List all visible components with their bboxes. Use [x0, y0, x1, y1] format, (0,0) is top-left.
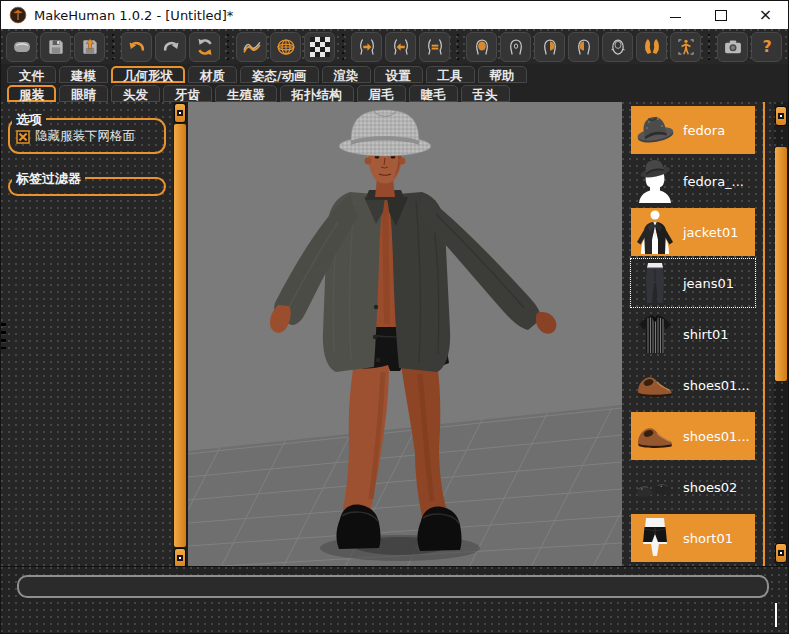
wireframe-button[interactable]: [270, 32, 301, 62]
sub-tab-4[interactable]: 生殖器: [215, 85, 277, 102]
checkbox-checked-icon[interactable]: [16, 130, 30, 144]
clothes-item-fedora[interactable]: fedora: [631, 106, 755, 154]
sub-tab-0[interactable]: 服装: [7, 85, 56, 102]
scroll-down-button[interactable]: [174, 548, 186, 568]
sub-tab-3[interactable]: 牙齿: [163, 85, 212, 102]
left-panel-scrollbar[interactable]: [173, 102, 188, 569]
grab-screenshot-button[interactable]: [717, 32, 748, 62]
clothes-item-label: short01: [677, 531, 755, 546]
help-button[interactable]: ?: [751, 32, 782, 62]
camera-icon: [723, 37, 743, 57]
clothes-list-scrollbar[interactable]: [774, 102, 788, 567]
clothes-item-fedora[interactable]: fedora_...: [631, 157, 755, 205]
feet-icon: [642, 37, 662, 57]
head-arrow-left-icon: [391, 37, 411, 57]
sub-tab-8[interactable]: 舌头: [461, 85, 510, 102]
toolbar-separator: [455, 32, 461, 62]
clothes-item-shoes02[interactable]: shoes02: [631, 463, 755, 511]
panel-divider: [763, 102, 765, 567]
view-side-button[interactable]: [500, 32, 531, 62]
shorts-thumbnail: [633, 516, 677, 560]
menu-tab-5[interactable]: 渲染: [322, 66, 371, 83]
viewport-scene: [188, 102, 622, 569]
app-logo-icon: [9, 6, 27, 24]
viewport-3d[interactable]: [188, 102, 622, 569]
scroll-up-button[interactable]: [174, 103, 186, 123]
save-button[interactable]: [40, 32, 71, 62]
globe-icon: [276, 37, 296, 57]
view-left-quarter-button[interactable]: [568, 32, 599, 62]
tag-filter-group-title: 标签过滤器: [12, 170, 85, 188]
scroll-down-button[interactable]: [775, 543, 787, 563]
sub-tab-2[interactable]: 头发: [111, 85, 160, 102]
wave-icon: [242, 37, 262, 57]
menu-tab-7[interactable]: 工具: [426, 66, 475, 83]
redo-icon: [161, 37, 181, 57]
panel-resize-grip[interactable]: [1, 323, 6, 349]
maximize-button[interactable]: [698, 1, 743, 29]
sub-tab-6[interactable]: 眉毛: [357, 85, 406, 102]
symmetry-right-button[interactable]: [351, 32, 382, 62]
makehuman-window: MakeHuman 1.0.2 - [Untitled]* × ? 文件建模几何…: [0, 0, 789, 634]
clothes-item-label: shoes01...: [677, 378, 755, 393]
sub-tab-bar: 服装眼睛头发牙齿生殖器拓扑结构眉毛睫毛舌头: [1, 83, 788, 103]
close-button[interactable]: ×: [743, 1, 788, 29]
clothes-item-shoes01[interactable]: shoes01...: [631, 361, 755, 409]
clothes-item-label: shoes02: [677, 480, 755, 495]
menu-tab-0[interactable]: 文件: [7, 66, 56, 83]
text-cursor: [775, 603, 777, 627]
view-top-button[interactable]: [602, 32, 633, 62]
clothes-item-jacket01[interactable]: jacket01: [631, 208, 755, 256]
shirt-thumbnail: [633, 312, 677, 356]
menu-tab-2[interactable]: 几何形状: [111, 66, 185, 83]
view-front-button[interactable]: [466, 32, 497, 62]
toolbar: ?: [1, 29, 788, 64]
redo-button[interactable]: [155, 32, 186, 62]
view-right-quarter-button[interactable]: [534, 32, 565, 62]
maximize-icon: [715, 10, 727, 21]
minimize-button[interactable]: [653, 1, 698, 29]
clothes-item-jeans01[interactable]: jeans01: [631, 259, 755, 307]
view-body-button[interactable]: [670, 32, 701, 62]
export-button[interactable]: [74, 32, 105, 62]
hide-faces-checkbox-row[interactable]: 隐藏服装下网格面: [16, 128, 158, 145]
scrollbar-thumb[interactable]: [775, 147, 787, 381]
menu-tab-3[interactable]: 材质: [188, 66, 237, 83]
menu-tab-6[interactable]: 设置: [374, 66, 423, 83]
reset-button[interactable]: [189, 32, 220, 62]
face-right-icon: [540, 37, 560, 57]
menu-tab-8[interactable]: 帮助: [478, 66, 527, 83]
options-group: 选项 隐藏服装下网格面: [8, 118, 166, 154]
sub-tab-7[interactable]: 睫毛: [409, 85, 458, 102]
undo-icon: [127, 37, 147, 57]
menu-tab-4[interactable]: 姿态/动画: [240, 66, 319, 83]
fedora-thumbnail: [633, 108, 677, 152]
svg-text:?: ?: [762, 37, 771, 56]
left-panel: 选项 隐藏服装下网格面 标签过滤器: [1, 102, 173, 567]
clothes-item-shoes01[interactable]: shoes01...: [631, 412, 755, 460]
progress-bar: [17, 575, 769, 598]
toolbar-separator: [340, 32, 346, 62]
smooth-button[interactable]: [236, 32, 267, 62]
load-button[interactable]: [6, 32, 37, 62]
undo-button[interactable]: [121, 32, 152, 62]
clothes-item-label: jacket01: [677, 225, 755, 240]
background-button[interactable]: [304, 32, 335, 62]
menu-tab-1[interactable]: 建模: [59, 66, 108, 83]
clothes-item-label: jeans01: [677, 276, 755, 291]
clothes-item-short01[interactable]: short01: [631, 514, 755, 562]
clothes-item-label: fedora_...: [677, 174, 755, 189]
scroll-up-button[interactable]: [775, 106, 787, 126]
sub-tab-1[interactable]: 眼睛: [59, 85, 108, 102]
sub-tab-5[interactable]: 拓扑结构: [280, 85, 354, 102]
window-title: MakeHuman 1.0.2 - [Untitled]*: [34, 8, 233, 23]
reload-icon: [195, 37, 215, 57]
symmetry-left-button[interactable]: [385, 32, 416, 62]
view-feet-button[interactable]: [636, 32, 667, 62]
head-equals-icon: [425, 37, 445, 57]
left-ear: [365, 158, 372, 165]
symmetry-button[interactable]: [419, 32, 450, 62]
scrollbar-thumb[interactable]: [174, 124, 186, 547]
clothes-item-shirt01[interactable]: shirt01: [631, 310, 755, 358]
right-ear: [399, 158, 406, 165]
